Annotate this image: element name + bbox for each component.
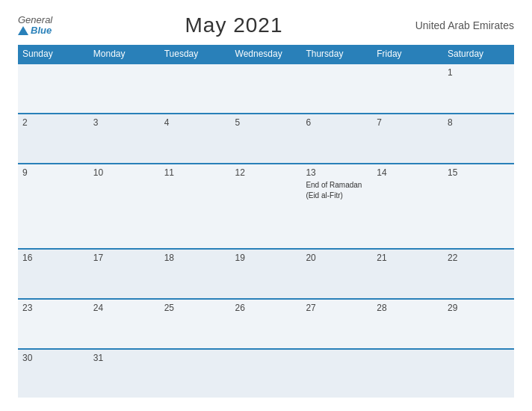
- calendar-cell: 25: [160, 299, 231, 349]
- calendar-cell: 28: [372, 299, 443, 349]
- day-number: 18: [164, 253, 226, 263]
- logo-triangle-icon: [18, 26, 28, 35]
- calendar-cell: 12: [231, 164, 302, 249]
- calendar-cell: 29: [443, 299, 514, 349]
- calendar-header: General Blue May 2021 United Arab Emirat…: [18, 13, 514, 37]
- calendar-week-3: 910111213End of Ramadan (Eid al-Fitr)141…: [18, 164, 514, 249]
- day-number: 17: [93, 253, 155, 263]
- day-number: 19: [235, 253, 297, 263]
- country-name: United Arab Emirates: [415, 19, 514, 31]
- day-number: 22: [448, 253, 510, 263]
- day-number: 5: [235, 117, 297, 128]
- calendar-cell: 19: [231, 249, 302, 299]
- calendar-cell: 6: [301, 114, 372, 164]
- day-number: 1: [448, 67, 510, 78]
- calendar-cell: 17: [89, 249, 160, 299]
- calendar-cell: 11: [160, 164, 231, 249]
- calendar-cell: [89, 64, 160, 114]
- day-header-friday: Friday: [372, 45, 443, 64]
- day-header-saturday: Saturday: [443, 45, 514, 64]
- calendar-cell: 4: [160, 114, 231, 164]
- day-header-wednesday: Wednesday: [231, 45, 302, 64]
- calendar-cell: 23: [18, 299, 89, 349]
- calendar-cell: 27: [301, 299, 372, 349]
- day-number: 8: [448, 117, 510, 128]
- calendar-cell: 16: [18, 249, 89, 299]
- calendar-cell: 30: [18, 349, 89, 398]
- calendar-table: SundayMondayTuesdayWednesdayThursdayFrid…: [18, 45, 514, 398]
- calendar-cell: [18, 64, 89, 114]
- day-number: 21: [377, 253, 439, 263]
- calendar-cell: [301, 64, 372, 114]
- day-number: 30: [22, 353, 84, 363]
- calendar-header-row: SundayMondayTuesdayWednesdayThursdayFrid…: [18, 45, 514, 64]
- calendar-cell: 20: [301, 249, 372, 299]
- day-number: 26: [235, 303, 297, 313]
- calendar-cell: [372, 349, 443, 398]
- logo: General Blue: [18, 15, 52, 37]
- calendar-cell: [372, 64, 443, 114]
- calendar-week-4: 16171819202122: [18, 249, 514, 299]
- calendar-cell: 15: [443, 164, 514, 249]
- calendar-cell: [443, 349, 514, 398]
- calendar-cell: 1: [443, 64, 514, 114]
- day-header-tuesday: Tuesday: [160, 45, 231, 64]
- day-header-sunday: Sunday: [18, 45, 89, 64]
- logo-blue-text: Blue: [18, 25, 52, 36]
- calendar-cell: [160, 64, 231, 114]
- logo-general-text: General: [18, 15, 52, 25]
- day-number: 3: [93, 117, 155, 128]
- event-text: End of Ramadan (Eid al-Fitr): [306, 181, 362, 200]
- day-number: 12: [235, 167, 297, 178]
- calendar-cell: 14: [372, 164, 443, 249]
- day-number: 25: [164, 303, 226, 313]
- day-number: 16: [22, 253, 84, 263]
- day-number: 7: [377, 117, 439, 128]
- day-number: 11: [164, 167, 226, 178]
- day-number: 20: [306, 253, 368, 263]
- day-number: 28: [377, 303, 439, 313]
- day-number: 13: [306, 167, 368, 178]
- day-number: 4: [164, 117, 226, 128]
- calendar-cell: 13End of Ramadan (Eid al-Fitr): [301, 164, 372, 249]
- calendar-cell: 3: [89, 114, 160, 164]
- calendar-title: May 2021: [185, 13, 282, 37]
- day-number: 23: [22, 303, 84, 313]
- day-header-thursday: Thursday: [301, 45, 372, 64]
- calendar-cell: 31: [89, 349, 160, 398]
- calendar-cell: [231, 349, 302, 398]
- calendar-week-6: 3031: [18, 349, 514, 398]
- calendar-cell: [301, 349, 372, 398]
- calendar-cell: 7: [372, 114, 443, 164]
- day-number: 15: [448, 167, 510, 178]
- day-number: 6: [306, 117, 368, 128]
- calendar-cell: 8: [443, 114, 514, 164]
- day-number: 27: [306, 303, 368, 313]
- day-number: 29: [448, 303, 510, 313]
- calendar-week-5: 23242526272829: [18, 299, 514, 349]
- calendar-week-1: 1: [18, 64, 514, 114]
- day-number: 14: [377, 167, 439, 178]
- day-number: 9: [22, 167, 84, 178]
- calendar-cell: 22: [443, 249, 514, 299]
- day-number: 2: [22, 117, 84, 128]
- calendar-cell: [160, 349, 231, 398]
- calendar-cell: [231, 64, 302, 114]
- calendar-week-2: 2345678: [18, 114, 514, 164]
- calendar-cell: 5: [231, 114, 302, 164]
- calendar-cell: 9: [18, 164, 89, 249]
- calendar-cell: 10: [89, 164, 160, 249]
- calendar-cell: 2: [18, 114, 89, 164]
- day-number: 24: [93, 303, 155, 313]
- day-number: 31: [93, 353, 155, 363]
- day-header-monday: Monday: [89, 45, 160, 64]
- day-number: 10: [93, 167, 155, 178]
- calendar-cell: 24: [89, 299, 160, 349]
- calendar-cell: 21: [372, 249, 443, 299]
- calendar-cell: 26: [231, 299, 302, 349]
- calendar-cell: 18: [160, 249, 231, 299]
